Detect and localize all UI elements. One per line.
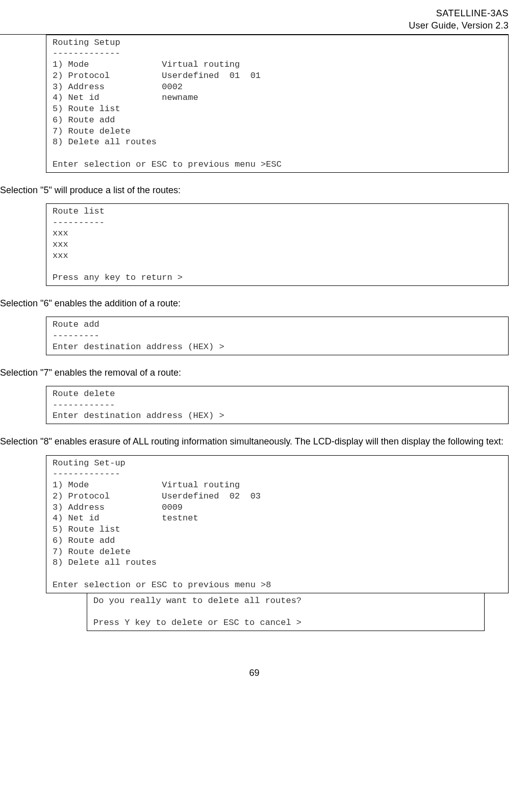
page-number: 69 (0, 667, 509, 679)
doc-version: User Guide, Version 2.3 (0, 19, 509, 32)
paragraph-selection-5: Selection "5" will produce a list of the… (0, 184, 509, 196)
terminal-route-delete: Route delete ------------ Enter destinat… (46, 386, 509, 424)
terminal-routing-setup: Routing Setup ------------- 1) Mode Virt… (46, 35, 509, 173)
terminal-confirm-delete: Do you really want to delete all routes?… (87, 593, 485, 631)
terminal-routing-setup-2: Routing Set-up ------------- 1) Mode Vir… (46, 455, 509, 593)
paragraph-selection-8: Selection "8" enables erasure of ALL rou… (0, 435, 509, 448)
terminal-route-list: Route list ---------- xxx xxx xxx Press … (46, 203, 509, 286)
document-page: SATELLINE-3AS User Guide, Version 2.3 Ro… (0, 0, 529, 699)
terminal-route-add: Route add --------- Enter destination ad… (46, 317, 509, 355)
paragraph-selection-6: Selection "6" enables the addition of a … (0, 297, 509, 309)
page-header: SATELLINE-3AS User Guide, Version 2.3 (0, 7, 509, 32)
product-name: SATELLINE-3AS (0, 7, 509, 19)
paragraph-selection-7: Selection "7" enables the removal of a r… (0, 366, 509, 379)
